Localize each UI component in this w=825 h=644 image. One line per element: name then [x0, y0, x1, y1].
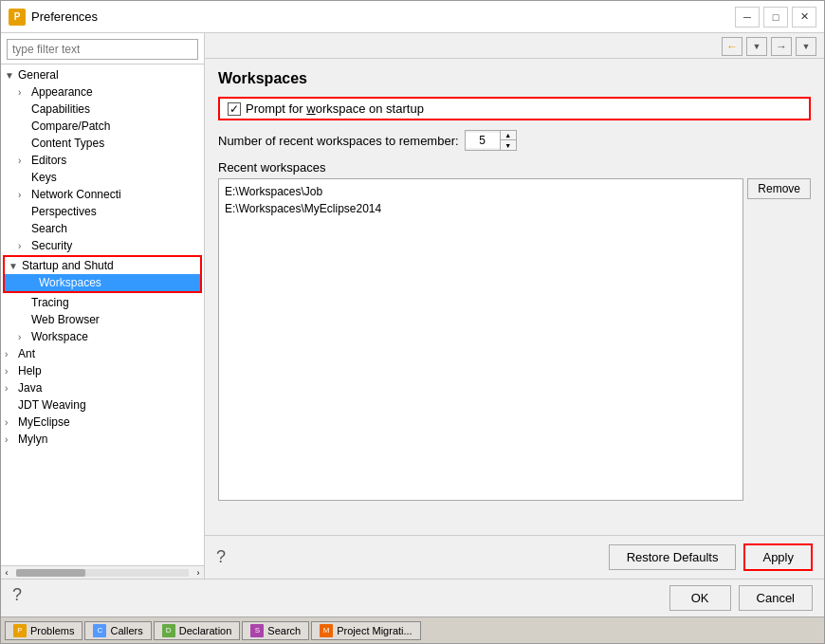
taskbar-label: Project Migrati... — [337, 625, 412, 636]
arrow-icon: › — [5, 366, 18, 377]
sidebar-item-label: Perspectives — [31, 205, 97, 218]
sidebar: ▼ General › Appearance Capabilities Comp… — [1, 33, 205, 579]
ok-cancel-bar: ? OK Cancel — [1, 579, 824, 616]
sidebar-item-label: Search — [31, 222, 67, 235]
taskbar-btn-search[interactable]: S Search — [242, 621, 309, 640]
sidebar-item-label: Ant — [18, 347, 35, 360]
sidebar-item-label: Workspace — [31, 330, 88, 343]
sidebar-item-label: Keys — [31, 171, 57, 184]
sidebar-item-ant[interactable]: › Ant — [1, 345, 204, 362]
forward-dropdown-button[interactable]: ▼ — [796, 37, 816, 56]
sidebar-item-workspaces[interactable]: Workspaces — [5, 274, 200, 291]
main-content: ▼ General › Appearance Capabilities Comp… — [1, 33, 824, 579]
ok-button[interactable]: OK — [669, 585, 731, 611]
taskbar-label: Search — [267, 625, 301, 636]
sidebar-item-label: Compare/Patch — [31, 120, 110, 133]
taskbar-btn-callers[interactable]: C Callers — [84, 621, 151, 640]
arrow-icon: ▼ — [9, 261, 22, 271]
num-input-wrap: 5 ▲ ▼ — [465, 130, 517, 151]
sidebar-item-tracing[interactable]: Tracing — [1, 294, 204, 311]
sidebar-item-startup-shutdown[interactable]: ▼ Startup and Shutd — [5, 257, 200, 274]
filter-input[interactable] — [7, 39, 198, 60]
sidebar-item-label: Capabilities — [31, 102, 90, 116]
taskbar-label: Callers — [110, 625, 142, 636]
sidebar-item-jdt-weaving[interactable]: JDT Weaving — [1, 396, 204, 414]
back-dropdown-button[interactable]: ▼ — [746, 37, 767, 56]
restore-defaults-button[interactable]: Restore Defaults — [609, 544, 737, 570]
sidebar-item-label: MyEclipse — [18, 415, 70, 429]
sidebar-item-java[interactable]: › Java — [1, 379, 204, 396]
arrow-icon: › — [5, 349, 18, 359]
taskbar: P Problems C Callers D Declaration S Sea… — [1, 616, 824, 643]
sidebar-item-keys[interactable]: Keys — [1, 169, 204, 186]
help-button[interactable]: ? — [12, 585, 662, 611]
recent-workspaces-list-wrap: E:\Workspaces\Job E:\Workspaces\MyEclips… — [218, 178, 811, 501]
window-controls: ─ □ ✕ — [735, 7, 816, 28]
arrow-icon: › — [5, 417, 18, 428]
sidebar-item-security[interactable]: › Security — [1, 237, 204, 254]
sidebar-item-mylyn[interactable]: › Mylyn — [1, 431, 204, 448]
sidebar-item-label: Tracing — [31, 296, 69, 309]
recent-num-label: Number of recent workspaces to remember: — [218, 134, 459, 148]
sidebar-item-editors[interactable]: › Editors — [1, 152, 204, 169]
apply-button[interactable]: Apply — [743, 543, 813, 571]
back-button[interactable]: ← — [722, 37, 742, 56]
recent-workspaces-label: Recent workspaces — [218, 160, 811, 175]
hscroll-left-btn[interactable]: ‹ — [1, 568, 12, 578]
window-title: Preferences — [31, 9, 735, 24]
prompt-checkbox[interactable]: ✓ — [228, 102, 241, 116]
taskbar-label: Problems — [30, 625, 74, 636]
sidebar-item-network-connections[interactable]: › Network Connecti — [1, 186, 204, 203]
tree-area: ▼ General › Appearance Capabilities Comp… — [1, 64, 204, 565]
prompt-underline: w — [306, 101, 315, 116]
sidebar-item-label: Web Browser — [31, 313, 100, 326]
hscroll-thumb — [16, 569, 85, 577]
sidebar-item-label: Content Types — [31, 137, 104, 150]
list-item[interactable]: E:\Workspaces\MyEclipse2014 — [223, 200, 739, 217]
sidebar-item-label: Startup and Shutd — [22, 259, 114, 272]
forward-button[interactable]: → — [771, 37, 792, 56]
list-item[interactable]: E:\Workspaces\Job — [223, 183, 739, 200]
arrow-icon: › — [5, 383, 18, 394]
minimize-button[interactable]: ─ — [735, 7, 760, 28]
arrow-icon: › — [18, 87, 31, 98]
sidebar-item-search[interactable]: Search — [1, 220, 204, 237]
sidebar-item-appearance[interactable]: › Appearance — [1, 83, 204, 101]
close-button[interactable]: ✕ — [792, 7, 816, 28]
taskbar-btn-project-migrati[interactable]: M Project Migrati... — [311, 621, 420, 640]
filter-input-wrap — [1, 33, 204, 64]
taskbar-btn-problems[interactable]: P Problems — [5, 621, 82, 640]
taskbar-icon-callers: C — [93, 624, 106, 637]
sidebar-item-label: General — [18, 68, 59, 82]
sidebar-item-content-types[interactable]: Content Types — [1, 135, 204, 152]
sidebar-item-label: Appearance — [31, 85, 93, 99]
sidebar-item-label: Help — [18, 364, 42, 377]
sidebar-item-workspace[interactable]: › Workspace — [1, 328, 204, 345]
panel: ← ▼ → ▼ Workspaces ✓ Prompt for workspac… — [205, 33, 824, 579]
hscroll-right-btn[interactable]: › — [192, 568, 204, 578]
arrow-icon: ▼ — [5, 70, 18, 81]
num-spinner-up[interactable]: ▲ — [501, 131, 516, 140]
help-icon[interactable]: ? — [216, 547, 601, 567]
sidebar-item-compare-patch[interactable]: Compare/Patch — [1, 118, 204, 135]
app-icon: P — [9, 9, 26, 26]
sidebar-item-web-browser[interactable]: Web Browser — [1, 311, 204, 328]
num-spinner-down[interactable]: ▼ — [501, 140, 516, 150]
num-input[interactable]: 5 — [466, 133, 500, 148]
sidebar-item-myeclipse[interactable]: › MyEclipse — [1, 414, 204, 431]
arrow-icon: › — [18, 241, 31, 251]
sidebar-item-capabilities[interactable]: Capabilities — [1, 101, 204, 118]
bottom-bar: ? Restore Defaults Apply — [205, 535, 824, 579]
cancel-button[interactable]: Cancel — [739, 585, 813, 611]
arrow-icon: › — [5, 434, 18, 445]
sidebar-item-general[interactable]: ▼ General — [1, 66, 204, 83]
panel-body: Workspaces ✓ Prompt for workspace on sta… — [205, 59, 824, 535]
preferences-window: P Preferences ─ □ ✕ ▼ General › — [0, 0, 825, 644]
sidebar-item-perspectives[interactable]: Perspectives — [1, 203, 204, 220]
panel-title: Workspaces — [218, 70, 811, 87]
sidebar-item-help[interactable]: › Help — [1, 362, 204, 379]
remove-button[interactable]: Remove — [747, 178, 811, 199]
taskbar-btn-declaration[interactable]: D Declaration — [154, 621, 241, 640]
arrow-icon: › — [18, 190, 31, 200]
maximize-button[interactable]: □ — [763, 7, 788, 28]
